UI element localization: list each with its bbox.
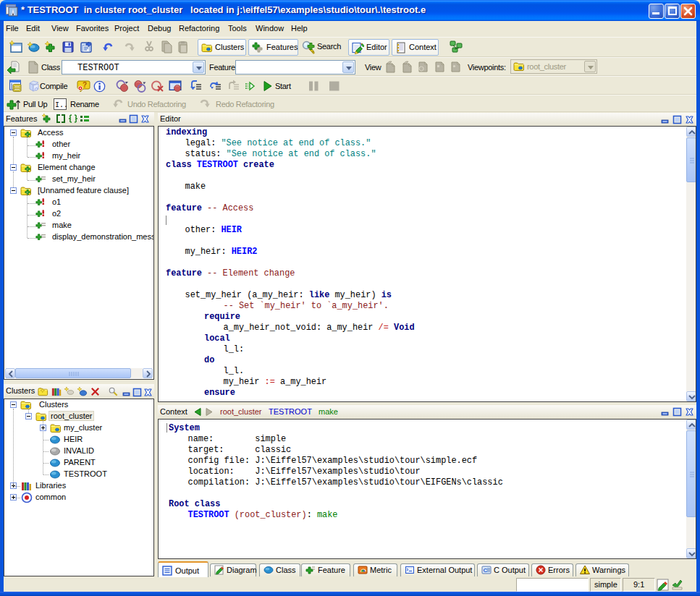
svg-text:C: C — [484, 567, 488, 574]
svg-text:?: ? — [83, 81, 87, 89]
svg-text:I..: I.. — [55, 101, 67, 109]
